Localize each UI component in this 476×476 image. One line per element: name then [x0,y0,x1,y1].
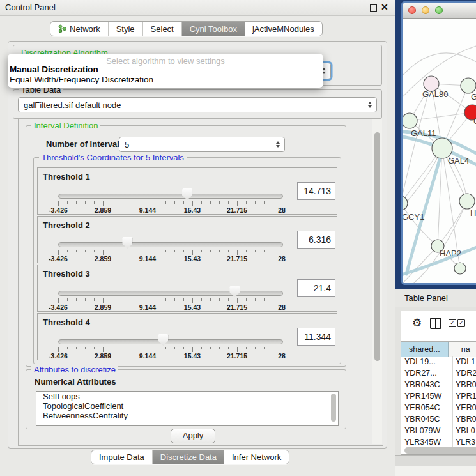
node-label: C [473,116,476,126]
threshold-value-field[interactable]: 21.4 [297,279,335,297]
threshold-slider-track[interactable] [58,291,283,296]
tab-jactivemnodules[interactable]: jActiveMNodules [245,22,322,36]
tick-mark [264,201,265,204]
minimize-traffic-light[interactable] [422,6,429,14]
table-data-combobox[interactable]: galFiltered.sif default node [18,97,377,112]
tick-mark [130,201,130,204]
tab-select[interactable]: Select [143,22,182,36]
tick-label: 15.43 [184,255,201,263]
table-row[interactable]: YBR043CYBR0 [401,379,476,390]
table-row[interactable]: YBR045CYBR0 [401,413,476,425]
combo-stepper-icon [368,102,372,108]
tick-mark [264,250,265,252]
panel-title: Control Panel [5,3,56,12]
attribute-item-betweennesscentrality[interactable]: BetweennessCentrality [36,411,338,420]
tick-mark [237,250,238,255]
tick-mark [112,347,112,349]
table-row[interactable]: YER054CYER0 [401,402,476,413]
close-traffic-light[interactable] [408,6,416,14]
network-node-gal11[interactable] [403,113,417,128]
tick-label: 21.715 [227,255,247,263]
tick-mark [85,298,86,301]
checkbox-icon[interactable]: ✓ [457,319,465,327]
threshold-value-field[interactable]: 11.344 [297,328,335,346]
network-node-g[interactable] [461,78,476,93]
tick-label: -3.426 [49,303,68,311]
tick-mark [112,201,112,204]
attribute-item-topologicalcoefficient[interactable]: TopologicalCoefficient [36,401,338,411]
columns-icon[interactable] [430,318,441,329]
tick-mark [165,201,166,204]
numerical-attributes-list[interactable]: SelfLoopsTopologicalCoefficientBetweenne… [36,391,339,426]
table-row[interactable]: YBL079WYBL0 [401,425,476,436]
table-rows: YDL19...YDL1YDR27...YDR2YBR043CYBR0YPR14… [401,356,476,448]
tick-mark [157,298,157,301]
panel-scrollbar-thumb[interactable] [374,132,380,361]
cell-shared-name: YDR27... [401,367,453,379]
node-label: GAL80 [422,89,448,99]
network-window-titlebar[interactable] [403,3,476,19]
tab-cyni-toolbox[interactable]: Cyni Toolbox [182,22,245,36]
algorithm-option-manual-discretization[interactable]: Manual Discretization [10,65,98,74]
tick-mark [282,201,282,206]
settings-gear-icon[interactable]: ⚙ [412,316,422,330]
tab-label: Network [70,24,100,34]
panel-scrollbar[interactable] [372,119,382,444]
threshold-slider-track[interactable] [58,339,283,344]
threshold-slider-track[interactable] [58,242,283,247]
algorithm-option-equal-width-frequency-discretization[interactable]: Equal Width/Frequency Discretization [10,75,153,84]
tick-mark [121,298,121,301]
tick-mark [76,298,77,301]
attribute-item-selfloops[interactable]: SelfLoops [36,392,338,401]
close-icon[interactable]: ✕ [381,2,388,12]
attributes-scrollbar-thumb[interactable] [331,394,336,422]
table-horizontal-scrollbar-thumb[interactable] [404,447,476,454]
tick-label: 21.715 [227,352,247,360]
number-of-intervals-combobox[interactable]: 5 [119,137,285,152]
cell-name: YBR0 [453,413,476,425]
network-node-gcy1[interactable] [403,196,408,210]
table-row[interactable]: YDR27...YDR2 [401,367,476,379]
tick-mark [183,250,184,252]
tab-style[interactable]: Style [109,22,143,36]
tab-network[interactable]: Network [50,22,109,36]
network-canvas[interactable]: GAL80GCGAL11GAL4GCY1HHAP2 [403,19,476,283]
network-window[interactable]: GAL80GCGAL11GAL4GCY1HHAP2 [401,1,476,285]
tick-mark [201,201,202,204]
tick-mark [174,201,175,204]
tick-mark [255,298,256,301]
table-row[interactable]: YLR345WYLR3 [401,436,476,448]
tick-mark [76,347,77,349]
network-node[interactable] [454,263,466,274]
tick-mark [201,250,202,252]
checkbox-icon[interactable]: ✓ [449,319,456,327]
threshold-value-field[interactable]: 6.316 [297,231,335,249]
tab-discretize-data[interactable]: Discretize Data [153,450,224,464]
column-header-na[interactable]: na [449,342,476,357]
threshold-slider-track[interactable] [58,194,283,199]
thresholds-group-title: Threshold's Coordinates for 5 Intervals [39,153,187,162]
tick-mark [192,347,193,352]
tick-mark [139,250,139,252]
table-row[interactable]: YDL19...YDL1 [401,356,476,367]
tick-mark [130,347,130,349]
table-row[interactable]: YPR145WYPR1 [401,390,476,402]
tick-mark [174,298,175,301]
tick-label: 21.715 [227,303,247,311]
node-label: H [470,208,476,218]
threshold-value-field[interactable]: 14.713 [297,182,335,200]
apply-button[interactable]: Apply [171,429,215,443]
zoom-traffic-light[interactable] [435,6,443,14]
tick-mark [246,201,247,204]
float-icon[interactable] [370,4,377,12]
network-icon [58,24,66,33]
tick-mark [264,347,265,349]
tab-infer-network[interactable]: Infer Network [224,450,289,464]
tab-impute-data[interactable]: Impute Data [91,450,153,464]
column-header-shared-[interactable]: shared... [401,342,449,357]
network-node-h[interactable] [459,194,475,209]
cell-name: YER0 [453,402,476,413]
tick-mark [157,201,157,204]
threshold-label: Threshold 2 [43,220,90,230]
table-panel-footer [395,455,476,467]
